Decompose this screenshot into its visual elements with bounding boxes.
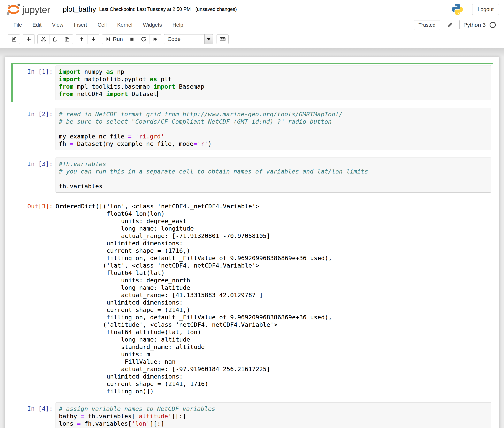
jupyter-logo[interactable]: jupyter [6,3,55,16]
move-down-button[interactable] [87,35,99,44]
cell-list: In [1]:import numpy as npimport matplotl… [5,63,499,428]
notebook-title[interactable]: plot_bathy [63,5,96,13]
code-line: #fh.variables [59,160,488,168]
cut-icon [41,36,46,42]
fast-forward-icon [153,36,158,42]
code-input[interactable]: import numpy as npimport matplotlib.pypl… [56,65,491,100]
pencil-icon [447,22,453,28]
output-prompt: Out[3]: [13,200,56,395]
run-button-label: Run [113,36,123,42]
code-line [59,125,488,133]
menu-file[interactable]: File [8,19,27,31]
code-cell[interactable]: In [3]:#fh.variables# you can run this i… [11,156,493,195]
paste-cells-button[interactable] [61,35,73,44]
keyboard-palette-button[interactable] [217,35,228,44]
menu-edit[interactable]: Edit [27,19,47,31]
add-cell-icon [26,36,31,42]
code-cell[interactable]: In [1]:import numpy as npimport matplotl… [11,63,493,102]
kernel-name: Python 3 [463,22,486,28]
notebook-site: In [1]:import numpy as npimport matplotl… [0,48,504,428]
code-cell[interactable]: In [4]:# assign variable names to NetCDF… [11,400,493,428]
move-down-icon [91,36,96,42]
menubar: File Edit View Insert Cell Kernel Widget… [0,19,504,31]
restart-icon [141,36,146,42]
unsaved-changes-text: (unsaved changes) [195,6,237,12]
cut-cells-button[interactable] [38,35,49,44]
code-input[interactable]: # assign variable names to NetCDF variab… [56,402,491,428]
save-icon [11,36,17,42]
code-line: import numpy as np [59,68,488,75]
move-up-icon [79,36,84,42]
code-line: # be sure to select "Coards/CF Compliant… [59,118,488,125]
code-line [59,175,488,182]
copy-cells-button[interactable] [49,35,61,44]
logout-button[interactable]: Logout [472,4,499,15]
divider [459,20,460,29]
move-up-button[interactable] [76,35,87,44]
code-line: bathy = fh.variables['altitude'][:] [59,412,488,420]
notebook-container: In [1]:import numpy as npimport matplotl… [5,57,499,428]
jupyter-logo-icon: jupyter [6,3,55,16]
dropdown-arrow-icon [205,34,213,44]
menu-widgets[interactable]: Widgets [137,19,167,31]
code-cell[interactable]: In [2]:# read in NetCDF format grid from… [11,106,493,152]
keyboard-icon [219,36,226,42]
menu-kernel[interactable]: Kernel [112,19,137,31]
code-line: import matplotlib.pyplot as plt [59,75,488,83]
code-line: # you can run this in a separate cell to… [59,168,488,175]
output-cell[interactable]: Out[3]:OrderedDict([('lon', <class 'netC… [11,198,493,397]
step-forward-icon [105,36,111,42]
save-button[interactable] [8,35,20,44]
code-line: # assign variable names to NetCDF variab… [59,405,488,412]
code-line: from mpl_toolkits.basemap import Basemap [59,83,488,90]
header: jupyter plot_bathy Last Checkpoint: Last… [0,0,504,48]
cell-type-value: Code [164,34,205,44]
input-prompt: In [2]: [13,108,56,150]
fast-forward-button[interactable] [149,35,161,44]
trusted-button[interactable]: Trusted [414,20,440,30]
run-button[interactable]: Run [102,35,126,44]
code-input[interactable]: #fh.variables# you can run this in a sep… [56,157,491,193]
menu-help[interactable]: Help [167,19,189,31]
kernel-circle-icon [489,21,496,28]
stop-icon [129,36,135,42]
checkpoint-text: Last Checkpoint: Last Tuesday at 2:50 PM [99,6,191,12]
copy-icon [52,36,58,42]
text-cursor [157,91,158,97]
code-line: lats = fh.variables['lat'][:] [59,427,488,428]
code-line: # read in NetCDF format grid from http:/… [59,110,488,118]
code-line: fh = Dataset(my_example_nc_file, mode='r… [59,140,488,148]
add-cell-button[interactable] [23,35,34,44]
code-input[interactable]: # read in NetCDF format grid from http:/… [56,108,491,150]
input-prompt: In [1]: [13,65,56,100]
code-line: fh.variables [59,182,488,190]
toolbar: Run Code [0,31,504,48]
code-line: from netCDF4 import Dataset [59,90,488,98]
python-logo-icon [451,3,464,16]
stop-button[interactable] [126,35,137,44]
svg-text:jupyter: jupyter [22,4,50,15]
menu-cell[interactable]: Cell [92,19,112,31]
restart-kernel-button[interactable] [137,35,149,44]
menu-view[interactable]: View [47,19,68,31]
paste-icon [64,36,70,42]
cell-type-select[interactable]: Code [164,34,213,44]
code-line: my_example_nc_file = 'ri.grd' [59,133,488,140]
menu-insert[interactable]: Insert [68,19,92,31]
code-line: lons = fh.variables['lon'][:] [59,420,488,427]
input-prompt: In [3]: [13,157,56,193]
output-text: OrderedDict([('lon', <class 'netCDF4._ne… [56,200,491,395]
input-prompt: In [4]: [13,402,56,428]
title-bar: jupyter plot_bathy Last Checkpoint: Last… [0,0,504,19]
